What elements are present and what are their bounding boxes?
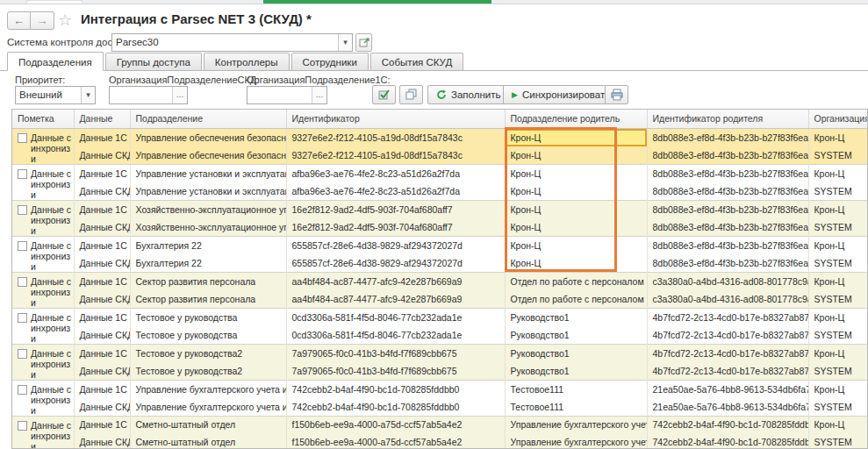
table-row[interactable]: Данные СКД Хозяйственно-эксплуатационное… (12, 218, 868, 237)
col-header-data[interactable]: Данные (74, 110, 130, 128)
synchronize-button[interactable]: ▶ Синхронизировать (503, 85, 619, 104)
org-1c-input[interactable]: ... (247, 86, 327, 104)
tab-podrazdeleniya[interactable]: Подразделения (7, 52, 104, 71)
open-reference-button[interactable] (355, 33, 372, 52)
data-source-cell[interactable]: Данные 1С (74, 344, 130, 362)
parent-identifier-cell[interactable]: 8db088e3-ef8d-4f3b-b23b-b27f83f6ea8b (647, 236, 808, 254)
org-skd-value[interactable] (110, 87, 172, 103)
parent-division-cell[interactable]: Крон-Ц (505, 182, 647, 201)
table-row[interactable]: Данные синхронизи Данные 1С Тестовое у р… (12, 344, 868, 362)
access-system-combobox[interactable]: Parsec30 ▾ (111, 33, 353, 52)
parent-identifier-cell[interactable]: 742cebb2-b4af-4f90-bc1d-708285fddbb0 (647, 416, 808, 433)
parent-identifier-cell[interactable]: 4b7fcd72-2c13-4cd0-b17e-b8327ab87acc (647, 326, 808, 345)
parent-identifier-cell[interactable]: 4b7fcd72-2c13-4cd0-b17e-b8327ab87acc (647, 362, 808, 381)
identifier-cell[interactable]: 742cebb2-b4af-4f90-bc1d-708285fddbb0 (286, 398, 505, 417)
identifier-cell[interactable]: 9327e6e2-f212-4105-a19d-08df15a7843c (286, 128, 505, 146)
division-cell[interactable]: Управление бухгалтерского учета и отчет.… (130, 380, 286, 398)
choose-button[interactable]: ... (172, 87, 187, 103)
division-cell[interactable]: Бухгалтерия 22 (130, 236, 286, 254)
organization-cell[interactable]: SYSTEM (808, 146, 868, 165)
organization-cell[interactable]: SYSTEM (808, 433, 868, 449)
table-row[interactable]: Данные синхронизи Данные 1С Управление б… (12, 380, 868, 398)
data-source-cell[interactable]: Данные 1С (74, 236, 130, 254)
parent-identifier-cell[interactable]: 21ea50ae-5a76-4bb8-9613-534db6fa73aa (647, 398, 808, 417)
parent-division-cell[interactable]: Руководство1 (505, 326, 647, 345)
table-row[interactable]: Данные СКД Тестовое у руководства2 7a979… (12, 362, 868, 381)
division-cell[interactable]: Сметно-штатный отдел (130, 416, 286, 433)
chevron-down-icon[interactable]: ▾ (338, 34, 352, 51)
division-cell[interactable]: Тестовое у руководства (130, 308, 286, 326)
parent-division-cell[interactable]: Крон-Ц (505, 254, 647, 273)
identifier-cell[interactable]: afba96e3-ae76-4fe2-8c23-a51d26a2f7da (286, 164, 505, 182)
organization-cell[interactable]: Крон-Ц (808, 164, 868, 182)
row-checkbox[interactable] (18, 205, 27, 215)
print-button[interactable] (605, 85, 628, 104)
division-cell[interactable]: Управление обеспечения безопасности (130, 146, 286, 165)
parent-division-cell[interactable]: Тестовое111 (505, 398, 647, 417)
organization-cell[interactable]: Крон-Ц (808, 236, 868, 254)
organization-cell[interactable]: SYSTEM (808, 254, 868, 273)
mark-cell[interactable]: Данные синхронизи (12, 164, 74, 200)
parent-identifier-cell[interactable]: 8db088e3-ef8d-4f3b-b23b-b27f83f6ea8b (647, 146, 808, 165)
mark-cell[interactable]: Данные синхронизи (12, 272, 74, 308)
row-checkbox[interactable] (18, 385, 27, 395)
data-source-cell[interactable]: Данные СКД (74, 182, 130, 201)
parent-identifier-cell[interactable]: 4b7fcd72-2c13-4cd0-b17e-b8327ab87acc (647, 308, 808, 326)
parent-division-cell[interactable]: Крон-Ц (505, 146, 647, 165)
parent-division-cell[interactable]: Руководство1 (505, 308, 647, 326)
parent-division-cell[interactable]: Управление бухгалтерского учета... (505, 416, 647, 433)
parent-identifier-cell[interactable]: 4b7fcd72-2c13-4cd0-b17e-b8327ab87acc (647, 344, 808, 362)
organization-cell[interactable]: Крон-Ц (808, 272, 868, 290)
tab-sobytiya-skud[interactable]: События СКУД (370, 53, 463, 70)
mark-cell[interactable]: Данные синхронизи (12, 128, 74, 164)
org-1c-value[interactable] (247, 87, 312, 103)
data-source-cell[interactable]: Данные СКД (74, 218, 130, 237)
table-row[interactable]: Данные СКД Управление бухгалтерского уче… (12, 398, 868, 417)
division-cell[interactable]: Сектор развития персонала (130, 272, 286, 290)
data-source-cell[interactable]: Данные СКД (74, 290, 130, 309)
table-row[interactable]: Данные синхронизи Данные 1С Тестовое у р… (12, 308, 868, 326)
row-checkbox[interactable] (18, 313, 27, 323)
col-header-division[interactable]: Подразделение (130, 110, 286, 128)
organization-cell[interactable]: SYSTEM (808, 218, 868, 237)
division-cell[interactable]: Тестовое у руководства2 (130, 344, 286, 362)
parent-identifier-cell[interactable]: 21ea50ae-5a76-4bb8-9613-534db6fa73aa (647, 380, 808, 398)
division-cell[interactable]: Хозяйственно-эксплуатационное управле... (130, 218, 286, 237)
organization-cell[interactable]: Крон-Ц (808, 344, 868, 362)
division-cell[interactable]: Хозяйственно-эксплуатационное управле... (130, 200, 286, 218)
row-checkbox[interactable] (18, 169, 27, 179)
parent-identifier-cell[interactable]: c3a380a0-a4bd-4316-ad08-801778c9aeb3 (647, 290, 808, 309)
parent-division-cell[interactable]: Отдел по работе с персоналом (505, 290, 647, 309)
tab-sotrudniki[interactable]: Сотрудники (291, 53, 369, 70)
parent-identifier-cell[interactable]: 8db088e3-ef8d-4f3b-b23b-b27f83f6ea8b (647, 164, 808, 182)
parent-division-cell[interactable]: Крон-Ц (505, 128, 647, 146)
col-header-organization[interactable]: Организация (808, 110, 868, 128)
data-source-cell[interactable]: Данные СКД (74, 146, 130, 165)
division-cell[interactable]: Сметно-штатный отдел (130, 433, 286, 449)
organization-cell[interactable]: SYSTEM (808, 182, 868, 201)
table-row[interactable]: Данные СКД Сметно-штатный отдел f150b6eb… (12, 433, 868, 449)
data-source-cell[interactable]: Данные 1С (74, 308, 130, 326)
col-header-mark[interactable]: Пометка (12, 110, 74, 128)
parent-division-cell[interactable]: Отдел по работе с персоналом (505, 272, 647, 290)
division-cell[interactable]: Тестовое у руководства2 (130, 362, 286, 381)
identifier-cell[interactable]: 655857cf-28e6-4d38-9829-af294372027d (286, 236, 505, 254)
parent-division-cell[interactable]: Руководство1 (505, 344, 647, 362)
organization-cell[interactable]: Крон-Ц (808, 200, 868, 218)
data-source-cell[interactable]: Данные 1С (74, 272, 130, 290)
organization-cell[interactable]: SYSTEM (808, 398, 868, 417)
table-row[interactable]: Данные СКД Сектор развития персонала aa4… (12, 290, 868, 309)
data-source-cell[interactable]: Данные 1С (74, 200, 130, 218)
data-source-cell[interactable]: Данные 1С (74, 380, 130, 398)
row-checkbox[interactable] (18, 241, 27, 251)
mark-cell[interactable]: Данные синхронизи (12, 380, 74, 416)
table-row[interactable]: Данные СКД Бухгалтерия 22 655857cf-28e6-… (12, 254, 868, 273)
mark-cell[interactable]: Данные синхронизи (12, 344, 74, 380)
identifier-cell[interactable]: f150b6eb-ee9a-4000-a75d-ccf57ab5a4e2 (286, 416, 505, 433)
identifier-cell[interactable]: f150b6eb-ee9a-4000-a75d-ccf57ab5a4e2 (286, 433, 505, 449)
parent-division-cell[interactable]: Крон-Ц (505, 200, 647, 218)
col-header-identifier[interactable]: Идентификатор (286, 110, 505, 128)
table-row[interactable]: Данные синхронизи Данные 1С Сметно-штатн… (12, 416, 868, 433)
organization-cell[interactable]: Крон-Ц (808, 416, 868, 433)
division-cell[interactable]: Управление обеспечения безопасности (130, 128, 286, 146)
